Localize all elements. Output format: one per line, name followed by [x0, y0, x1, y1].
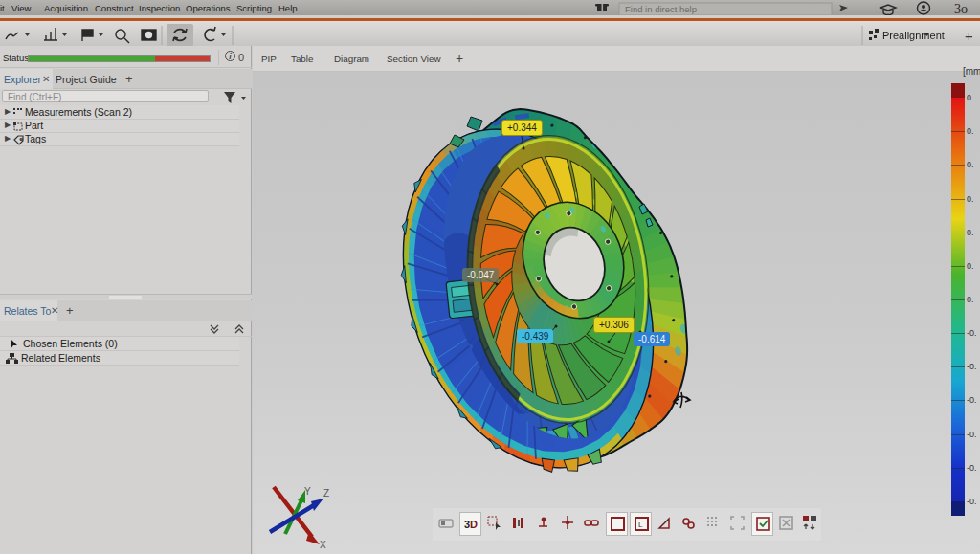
svg-text:L: L [638, 521, 643, 529]
svg-text:Z: Z [323, 488, 329, 499]
svg-text:Prealignment: Prealignment [882, 30, 945, 41]
svg-text:D: D [470, 519, 478, 530]
svg-text:Find in direct help: Find in direct help [625, 4, 697, 14]
svg-text:+: + [965, 28, 973, 44]
svg-text:Y: Y [304, 486, 311, 497]
svg-text:X: X [320, 540, 326, 550]
svg-text:3ο: 3ο [954, 2, 968, 15]
